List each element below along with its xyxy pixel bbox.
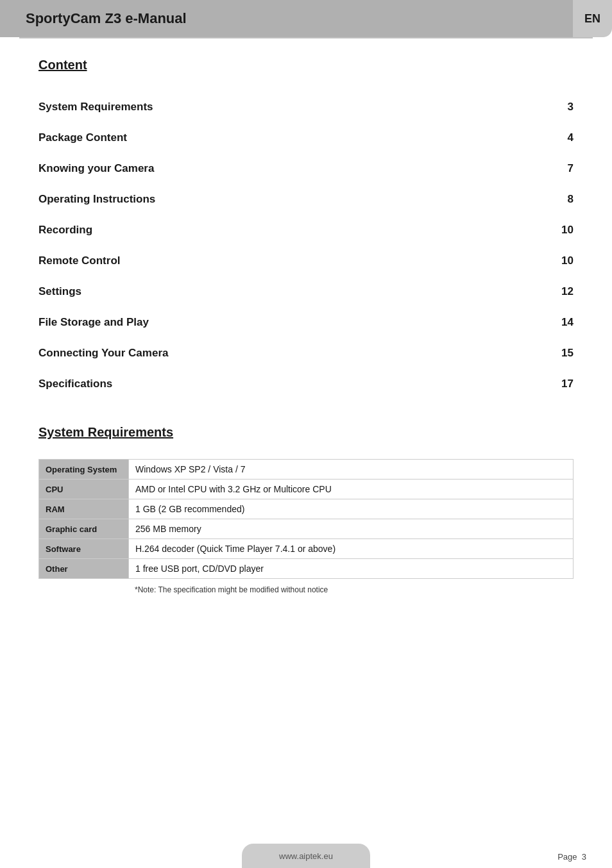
footer-url: www.aiptek.eu — [279, 851, 333, 861]
sysreq-row: CPUAMD or Intel CPU with 3.2 GHz or Mult… — [39, 480, 574, 499]
sysreq-label: Operating System — [39, 460, 129, 480]
toc-row: Settings12 — [38, 276, 574, 307]
toc-item-label: Remote Control — [38, 246, 541, 276]
toc-item-label: Knowing your Camera — [38, 153, 541, 184]
footer: www.aiptek.eu Page 3 — [0, 836, 612, 868]
sysreq-label: CPU — [39, 480, 129, 499]
sysreq-value: 1 GB (2 GB recommended) — [129, 499, 574, 519]
toc-item-label: Recording — [38, 215, 541, 246]
footer-page-number: 3 — [582, 852, 586, 862]
toc-section: Content System Requirements3Package Cont… — [38, 58, 574, 399]
sysreq-row: Other1 free USB port, CD/DVD player — [39, 559, 574, 579]
sysreq-row: SoftwareH.264 decoder (Quick Time Player… — [39, 539, 574, 559]
sysreq-row: Operating SystemWindows XP SP2 / Vista /… — [39, 460, 574, 480]
sysreq-label: Software — [39, 539, 129, 559]
toc-item-page: 7 — [541, 153, 574, 184]
toc-item-page: 17 — [541, 369, 574, 399]
sysreq-label: RAM — [39, 499, 129, 519]
sysreq-label: Graphic card — [39, 519, 129, 539]
footer-page-label: Page — [557, 852, 577, 862]
sysreq-heading: System Requirements — [38, 425, 574, 440]
toc-item-page: 3 — [541, 92, 574, 122]
toc-item-label: Package Content — [38, 122, 541, 153]
sysreq-label: Other — [39, 559, 129, 579]
toc-row: Recording10 — [38, 215, 574, 246]
sysreq-row: Graphic card256 MB memory — [39, 519, 574, 539]
footer-tab: www.aiptek.eu — [242, 844, 370, 868]
toc-item-page: 10 — [541, 215, 574, 246]
toc-row: Remote Control10 — [38, 246, 574, 276]
toc-item-label: Specifications — [38, 369, 541, 399]
toc-item-page: 10 — [541, 246, 574, 276]
toc-row: File Storage and Play14 — [38, 307, 574, 338]
footer-page: Page 3 — [557, 852, 586, 862]
header: SportyCam Z3 e-Manual EN — [0, 0, 612, 37]
toc-row: Knowing your Camera7 — [38, 153, 574, 184]
toc-row: System Requirements3 — [38, 92, 574, 122]
sysreq-section: System Requirements Operating SystemWind… — [38, 425, 574, 594]
sysreq-value: Windows XP SP2 / Vista / 7 — [129, 460, 574, 480]
toc-item-label: Connecting Your Camera — [38, 338, 541, 369]
toc-item-label: Settings — [38, 276, 541, 307]
toc-row: Connecting Your Camera15 — [38, 338, 574, 369]
header-lang: EN — [573, 0, 612, 37]
header-title: SportyCam Z3 e-Manual — [26, 10, 187, 27]
sysreq-table: Operating SystemWindows XP SP2 / Vista /… — [38, 459, 574, 579]
toc-item-page: 15 — [541, 338, 574, 369]
toc-heading: Content — [38, 58, 574, 72]
toc-row: Specifications17 — [38, 369, 574, 399]
sysreq-note: *Note: The specification might be modifi… — [135, 585, 574, 594]
sysreq-value: 1 free USB port, CD/DVD player — [129, 559, 574, 579]
toc-item-page: 8 — [541, 184, 574, 215]
toc-row: Package Content4 — [38, 122, 574, 153]
toc-item-page: 14 — [541, 307, 574, 338]
toc-item-label: File Storage and Play — [38, 307, 541, 338]
toc-item-page: 12 — [541, 276, 574, 307]
toc-item-page: 4 — [541, 122, 574, 153]
toc-item-label: Operating Instructions — [38, 184, 541, 215]
sysreq-row: RAM1 GB (2 GB recommended) — [39, 499, 574, 519]
toc-table: System Requirements3Package Content4Know… — [38, 92, 574, 399]
main-content: Content System Requirements3Package Cont… — [0, 38, 612, 620]
sysreq-value: AMD or Intel CPU with 3.2 GHz or Multico… — [129, 480, 574, 499]
sysreq-value: H.264 decoder (Quick Time Player 7.4.1 o… — [129, 539, 574, 559]
toc-item-label: System Requirements — [38, 92, 541, 122]
sysreq-value: 256 MB memory — [129, 519, 574, 539]
toc-row: Operating Instructions8 — [38, 184, 574, 215]
